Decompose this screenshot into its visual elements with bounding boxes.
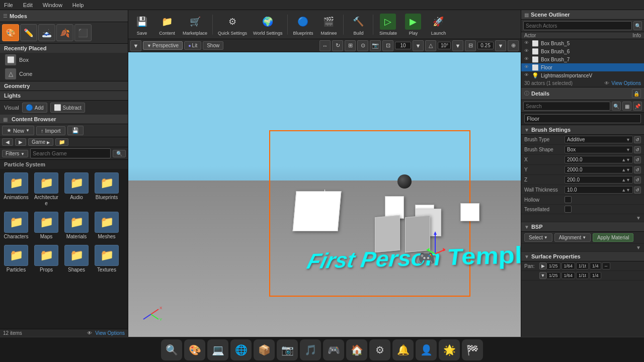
perspective-btn[interactable]: ▼ Perspective [143,41,183,50]
forward-btn[interactable]: ▶ [15,138,26,146]
so-item-1[interactable]: 👁 ⬜ Box Brush_6 [521,47,644,55]
folder-audio[interactable]: 📁 Audio [62,171,91,208]
y-input[interactable]: 2000.0 ▲▼ [565,166,633,173]
pan-bot-1[interactable]: 1/64 [561,272,576,279]
brush-type-select[interactable]: Additive ▼ [565,136,633,143]
dock-cam[interactable]: 📷 [277,339,298,360]
dock-home[interactable]: 🏠 [346,339,367,360]
z-spinner[interactable]: ▲▼ [621,177,630,183]
bsp-select-btn[interactable]: Select ▼ [524,233,552,242]
scale-icon[interactable]: ⊞ [345,40,356,51]
brush-type-reset[interactable]: ↺ [634,136,641,143]
folder-textures[interactable]: 📁 Textures [93,243,121,275]
bsp-alignment-btn[interactable]: Alignment ▼ [554,233,591,242]
wt-reset[interactable]: ↺ [634,187,641,194]
dp-lock-icon[interactable]: 🔒 [632,89,641,98]
pan-right-arrow[interactable]: ▶ [539,262,546,269]
x-reset[interactable]: ↺ [634,156,641,163]
folder-materials[interactable]: 📁 Materials [62,210,91,241]
item-box[interactable]: ⬜ Box [0,53,128,67]
blueprints-btn[interactable]: 🔵 Blueprints [291,13,315,37]
dock-dev[interactable]: 💻 [207,339,228,360]
angle-options-icon[interactable]: ▼ [452,40,463,51]
launch-btn[interactable]: 🚀 Launch [427,13,450,37]
add-btn[interactable]: 🔵 Add [22,103,47,113]
so-search-btn[interactable]: 🔍 [633,21,642,30]
maximize-icon[interactable]: ⊕ [508,40,519,51]
world-icon[interactable]: ⊙ [357,40,368,51]
filters-btn[interactable]: Filters ▼ [2,150,28,157]
subtract-btn[interactable]: ⬜ Subtract [50,103,85,113]
rotate-icon[interactable]: ↻ [332,40,343,51]
so-search-input[interactable] [523,21,632,30]
surface-properties-header[interactable]: ▼ Surface Properties [521,252,644,261]
play-btn[interactable]: ▶ Play [401,13,425,37]
dp-pin-btn[interactable]: 📌 [633,102,642,111]
brush-shape-select[interactable]: Box ▼ [565,146,633,153]
marketplace-toolbar-btn[interactable]: 🛒 Marketplace [181,13,209,37]
dp-search-input[interactable] [523,102,610,111]
dock-flag[interactable]: 🏁 [462,339,483,360]
scale-options-icon[interactable]: ▼ [495,40,506,51]
build-btn[interactable]: 🔨 Build [347,13,370,37]
section-lights-header[interactable]: Lights [0,91,128,100]
x-spinner[interactable]: ▲▼ [621,157,630,162]
pan-bot-3[interactable]: 1/4 [590,272,601,279]
save-content-btn[interactable]: 💾 [67,126,84,135]
mode-icon-4[interactable]: ⬛ [74,24,92,41]
folder-props[interactable]: 📁 Props [32,243,60,275]
dock-game[interactable]: 🎮 [323,339,344,360]
scale-value[interactable]: 0.25 [477,42,494,49]
menu-window[interactable]: Window [41,2,64,8]
show-btn[interactable]: Show [203,41,223,50]
content-toolbar-btn[interactable]: 📁 Content [155,13,179,37]
grid-options-icon[interactable]: ▼ [413,40,424,51]
folder-meshes[interactable]: 📁 Meshes [93,210,121,241]
view-options-btn[interactable]: View Options [95,330,125,336]
dock-music[interactable]: 🎵 [300,339,321,360]
section-geometry-header[interactable]: Geometry [0,81,128,90]
folder-shapes[interactable]: 📁 Shapes [62,243,91,275]
brush-shape-reset[interactable]: ↺ [634,146,641,153]
bsp-header[interactable]: ▼ BSP [521,222,644,232]
path-options-btn[interactable]: 📁 [55,138,68,146]
menu-edit[interactable]: Edit [21,2,35,8]
pan-top-4[interactable]: -- [602,262,610,269]
dock-user[interactable]: 👤 [416,339,437,360]
x-input[interactable]: 2000.0 ▲▼ [565,156,633,163]
pan-bot-2[interactable]: 1/1t [576,272,589,279]
apply-material-btn[interactable]: Apply Material [593,233,633,242]
pan-top-2[interactable]: 1/1t [576,262,589,269]
camera-icon[interactable]: 📷 [370,40,381,51]
game-path-btn[interactable]: Game ▶ [28,138,53,146]
pan-top-3[interactable]: 1/4 [590,262,601,269]
save-toolbar-btn[interactable]: 💾 Save [130,13,153,37]
section-recently-placed-header[interactable]: Recently Placed [0,44,128,53]
hollow-checkbox[interactable] [565,196,572,203]
search-btn[interactable]: 🔍 [113,150,126,157]
angle-value[interactable]: 10° [438,42,451,49]
dp-grid-btn[interactable]: ▦ [622,102,631,111]
so-item-3[interactable]: 👁 ⬜ Floor [521,63,644,71]
wall-thickness-input[interactable]: 10.0 ▲▼ [565,186,633,194]
y-spinner[interactable]: ▲▼ [621,167,630,172]
vp-dropdown-icon[interactable]: ▼ [130,40,141,51]
pan-bot-0[interactable]: 1/25 [546,272,560,279]
view-options-btn[interactable]: View Options [611,80,641,86]
dock-settings[interactable]: ⚙ [369,339,390,360]
dock-finder[interactable]: 🔍 [161,339,182,360]
wt-spinner[interactable]: ▲▼ [621,188,630,193]
world-settings-btn[interactable]: 🌍 World Settings [251,13,284,37]
z-reset[interactable]: ↺ [634,176,641,184]
matinee-btn[interactable]: 🎬 Matinee [317,13,340,37]
folder-animations[interactable]: 📁 Animations [2,171,30,208]
mode-icon-0[interactable]: 🎨 [2,24,19,41]
menu-help[interactable]: Help [70,2,86,8]
quick-settings-btn[interactable]: ⚙ Quick Settings [216,13,249,37]
brush-settings-header[interactable]: ▼ Brush Settings [521,125,644,135]
angle-snap-icon[interactable]: △ [425,40,436,51]
back-btn[interactable]: ◀ [2,138,13,146]
grid-value[interactable]: 10 [395,42,411,49]
menu-file[interactable]: File [2,2,15,8]
so-item-2[interactable]: 👁 ⬜ Box Brush_7 [521,55,644,63]
